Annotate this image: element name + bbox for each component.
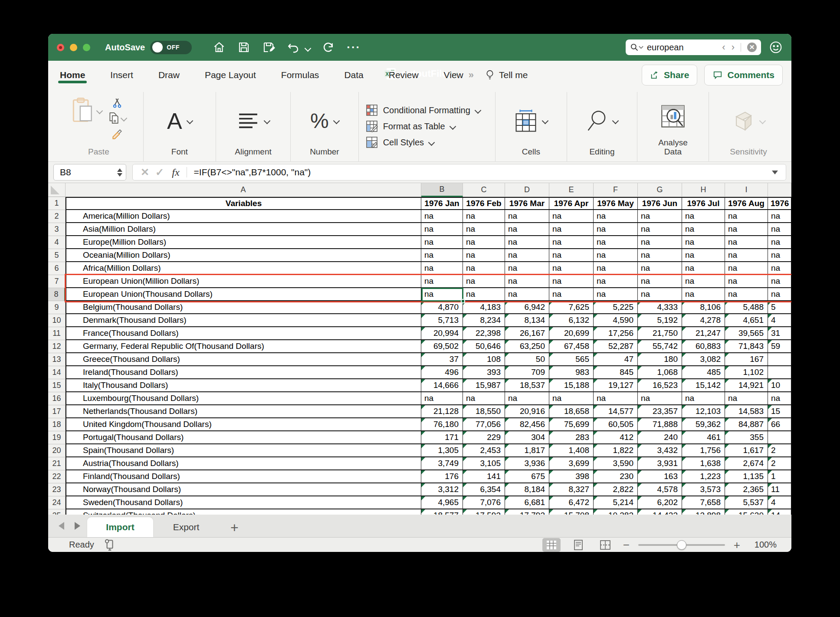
zoom-in-icon[interactable]: + [734,541,740,549]
cell-value[interactable]: na [549,275,594,288]
cell-value[interactable]: na [768,262,791,275]
row-header-25[interactable]: 25 [48,509,66,515]
row-header-2[interactable]: 2 [48,210,66,223]
stepper-down-icon[interactable] [117,173,122,177]
cell-value[interactable]: 17,793 [505,509,549,515]
cell-label[interactable]: Asia(Million Dollars) [66,223,421,236]
cell-value[interactable]: 37 [421,353,463,366]
cell-value[interactable]: 2,453 [463,444,505,457]
cell-value[interactable]: na [594,275,638,288]
cell-value[interactable]: na [421,210,463,223]
cell-value[interactable]: 5,537 [725,496,768,509]
cell-value[interactable]: 180 [638,353,682,366]
cell-value[interactable]: 1,408 [549,444,594,457]
cell-value[interactable]: na [505,275,549,288]
cell-value[interactable] [768,366,791,379]
cell-value[interactable]: 176 [421,470,463,483]
cell-label[interactable]: America(Million Dollars) [66,210,421,223]
font-group[interactable]: A Font [143,92,216,161]
cell-value[interactable]: 565 [549,353,594,366]
cell-value[interactable]: 3,432 [638,444,682,457]
cell-value[interactable]: na [505,249,549,262]
cell-value[interactable]: 5,225 [594,301,638,314]
cell-value[interactable]: na [505,392,549,405]
cell-label[interactable]: Italy(Thousand Dollars) [66,379,421,392]
cell-value[interactable]: 141 [463,470,505,483]
cell-value[interactable]: 66 [768,418,791,431]
cell-value[interactable]: na [682,210,725,223]
cell-value[interactable]: 6,132 [549,314,594,327]
column-header-c[interactable]: C [463,183,505,197]
search-next-icon[interactable]: › [732,42,735,53]
cell-value[interactable]: 496 [421,366,463,379]
cell-value[interactable]: 230 [594,470,638,483]
cell-value[interactable]: 6,472 [549,496,594,509]
cell-value[interactable]: 50 [505,353,549,366]
tab-draw[interactable]: Draw [158,63,180,87]
row-header-7[interactable]: 7 [48,275,66,288]
cell-value[interactable]: 461 [682,431,725,444]
cell-value[interactable]: na [549,223,594,236]
cell-value[interactable] [768,431,791,444]
editing-group[interactable]: Editing [567,92,637,161]
cell-value[interactable]: 60,883 [682,340,725,353]
cell-value[interactable]: na [594,223,638,236]
cell-value[interactable]: na [725,249,768,262]
cell-value[interactable]: na [463,262,505,275]
cell-value[interactable]: na [505,223,549,236]
cell-value[interactable]: na [768,210,791,223]
cell-label[interactable]: Greece(Thousand Dollars) [66,353,421,366]
cell-value[interactable]: 4,183 [463,301,505,314]
cell-value[interactable]: 69,502 [421,340,463,353]
cell-value[interactable]: na [594,288,638,301]
undo-icon[interactable] [287,41,300,54]
cell-value[interactable]: 18,577 [421,509,463,515]
cell-value[interactable]: 67,458 [549,340,594,353]
cell-value[interactable]: na [549,392,594,405]
cell-value[interactable]: 52,287 [594,340,638,353]
cell-label[interactable]: Germany, Federal Republic Of(Thousand Do… [66,340,421,353]
cell-value[interactable]: 2,822 [594,483,638,496]
cell-value[interactable]: na [463,275,505,288]
cell-value[interactable]: 167 [725,353,768,366]
cell-value[interactable]: na [725,210,768,223]
row-header-18[interactable]: 18 [48,418,66,431]
cell-value[interactable]: na [463,249,505,262]
cell-value[interactable]: 3,082 [682,353,725,366]
cell-month-header[interactable]: 1976 Aug [725,197,768,210]
cell-value[interactable]: na [638,210,682,223]
tab-formulas[interactable]: Formulas [280,63,320,87]
cell-label[interactable]: Denmark(Thousand Dollars) [66,314,421,327]
cell-label[interactable]: United Kingdom(Thousand Dollars) [66,418,421,431]
cell-value[interactable]: 1,102 [725,366,768,379]
undo-dropdown-chevron[interactable] [305,45,312,52]
cell-value[interactable]: 39,565 [725,327,768,340]
cell-value[interactable]: 8,184 [505,483,549,496]
cell-value[interactable]: 398 [549,470,594,483]
row-header-22[interactable]: 22 [48,470,66,483]
row-header-17[interactable]: 17 [48,405,66,418]
cell-value[interactable]: na [682,275,725,288]
cell-value[interactable]: 355 [725,431,768,444]
cell-value[interactable]: 15,142 [682,379,725,392]
cell-month-header[interactable]: 1976 Jun [638,197,682,210]
cell-value[interactable]: 15,987 [463,379,505,392]
cell-value[interactable]: na [421,249,463,262]
cell-value[interactable]: na [725,275,768,288]
cell-value[interactable]: 1,817 [505,444,549,457]
cut-icon[interactable] [112,97,123,108]
search-scope-chevron[interactable] [639,46,643,49]
cell-value[interactable]: na [421,262,463,275]
cell-value[interactable]: 1,822 [594,444,638,457]
cell-value[interactable]: na [463,392,505,405]
row-header-20[interactable]: 20 [48,444,66,457]
cell-value[interactable]: 5,488 [725,301,768,314]
row-header-11[interactable]: 11 [48,327,66,340]
cell-value[interactable]: na [725,392,768,405]
cell-value[interactable]: 55,742 [638,340,682,353]
column-header-h[interactable]: H [682,183,725,197]
cell-value[interactable]: 2 [768,457,791,470]
cell-value[interactable]: 983 [549,366,594,379]
save-as-icon[interactable] [262,41,275,54]
cell-value[interactable]: 14,666 [421,379,463,392]
